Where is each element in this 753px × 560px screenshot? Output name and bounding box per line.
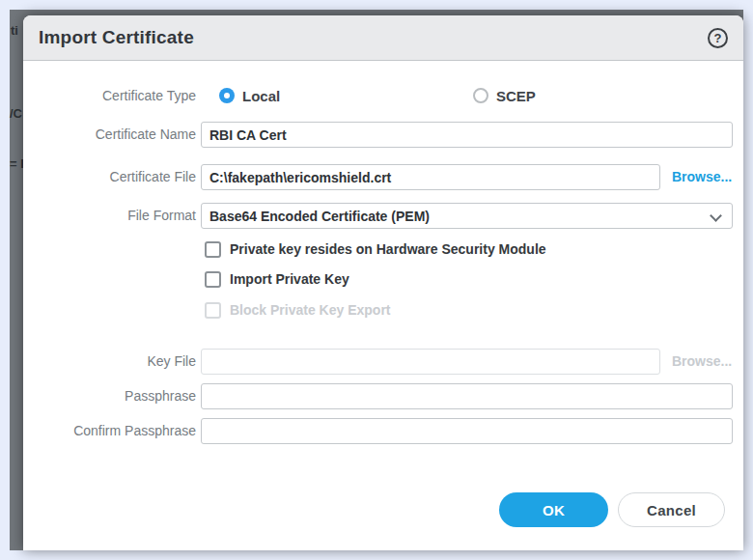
confirm-passphrase-input[interactable] — [201, 418, 733, 444]
passphrase-label: Passphrase — [23, 383, 196, 409]
ok-button[interactable]: OK — [499, 492, 608, 527]
background-text-fragment: = I — [10, 156, 24, 171]
help-icon[interactable]: ? — [708, 28, 728, 48]
dialog-title: Import Certificate — [39, 27, 194, 48]
checkbox-import-private-key[interactable] — [205, 271, 221, 288]
radio-local-label[interactable]: Local — [242, 87, 280, 105]
checkbox-private-key-hsm-label[interactable]: Private key resides on Hardware Security… — [230, 240, 546, 259]
dialog-body: Certificate Type Local SCEP Certificate … — [23, 61, 743, 550]
confirm-passphrase-label: Confirm Passphrase — [23, 418, 196, 444]
dialog-header: Import Certificate ? — [23, 15, 743, 61]
chevron-down-icon — [710, 210, 722, 222]
certificate-name-label: Certificate Name — [23, 122, 196, 148]
certificate-file-label: Certificate File — [23, 164, 196, 190]
import-certificate-dialog: Import Certificate ? Certificate Type Lo… — [23, 15, 743, 550]
key-file-browse-link: Browse... — [672, 349, 732, 375]
certificate-name-input[interactable] — [201, 122, 733, 148]
certificate-file-browse-link[interactable]: Browse... — [672, 164, 732, 190]
file-format-label: File Format — [23, 203, 196, 229]
checkbox-block-private-key-export-label: Block Private Key Export — [230, 301, 391, 320]
file-format-select[interactable]: Base64 Encoded Certificate (PEM) — [201, 203, 733, 229]
checkbox-import-private-key-label[interactable]: Import Private Key — [230, 270, 349, 289]
key-file-label: Key File — [23, 349, 196, 375]
checkbox-block-private-key-export — [205, 302, 221, 319]
radio-scep-label[interactable]: SCEP — [496, 87, 536, 105]
file-format-value: Base64 Encoded Certificate (PEM) — [209, 209, 430, 224]
radio-local[interactable] — [219, 88, 235, 103]
background-text-fragment: /C — [10, 106, 22, 121]
background-text-fragment: ti — [11, 23, 18, 38]
checkbox-private-key-hsm[interactable] — [205, 241, 221, 258]
cancel-button[interactable]: Cancel — [618, 492, 725, 527]
certificate-type-label: Certificate Type — [23, 86, 196, 105]
certificate-file-input[interactable] — [201, 164, 660, 190]
passphrase-input[interactable] — [201, 383, 733, 409]
key-file-input — [201, 349, 660, 375]
radio-scep[interactable] — [473, 88, 488, 103]
